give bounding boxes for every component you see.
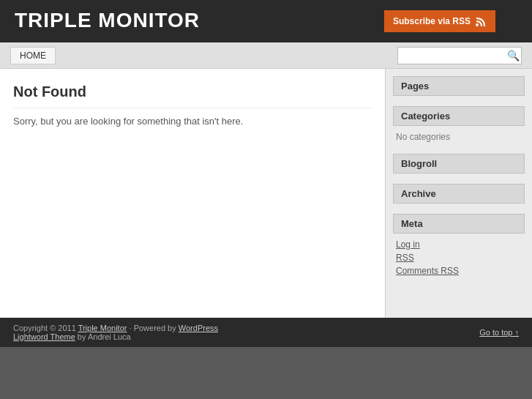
no-categories-text: No categories — [396, 132, 450, 142]
widget-pages: Pages — [393, 76, 525, 96]
nav-home[interactable]: HOME — [10, 47, 56, 64]
navigation-bar: HOME 🔍 — [0, 42, 532, 69]
widget-categories: Categories No categories — [393, 106, 525, 143]
widget-blogroll-title: Blogroll — [393, 154, 525, 174]
footer-left: Copyright © 2011 Triple Monitor · Powere… — [13, 324, 218, 341]
widget-archive-title: Archive — [393, 184, 525, 204]
not-found-title: Not Found — [13, 83, 372, 100]
content-divider — [13, 108, 372, 108]
widget-categories-title: Categories — [393, 106, 525, 126]
site-footer: Copyright © 2011 Triple Monitor · Powere… — [0, 318, 532, 347]
copyright-text: Copyright © 2011 — [13, 324, 76, 332]
widget-archive: Archive — [393, 184, 525, 204]
search-box: 🔍 — [397, 47, 522, 64]
subscribe-label: Subscribe via RSS — [393, 16, 471, 26]
login-link[interactable]: Log in — [396, 239, 522, 250]
search-icon[interactable]: 🔍 — [507, 50, 520, 61]
widget-pages-title: Pages — [393, 76, 525, 96]
widget-blogroll: Blogroll — [393, 154, 525, 174]
theme-link[interactable]: Lightword Theme — [13, 332, 75, 341]
rss-icon — [475, 15, 487, 27]
svg-point-0 — [476, 23, 479, 26]
sidebar: Pages Categories No categories Blogroll … — [386, 69, 532, 318]
go-to-top-link[interactable]: Go to top ↑ — [479, 328, 519, 337]
not-found-message: Sorry, but you are looking for something… — [13, 116, 372, 127]
wordpress-link[interactable]: WordPress — [179, 324, 218, 332]
footer-right: Go to top ↑ — [479, 328, 519, 337]
powered-by-text: · Powered by — [130, 324, 176, 332]
widget-meta: Meta Log in RSS Comments RSS — [393, 214, 525, 280]
main-content: Not Found Sorry, but you are looking for… — [0, 69, 386, 318]
theme-by-text: by Andrei Luca — [78, 332, 131, 341]
comments-rss-link[interactable]: Comments RSS — [396, 266, 522, 276]
site-header: TRIPLE MONITOR Subscribe via RSS — [0, 0, 532, 42]
rss-link[interactable]: RSS — [396, 253, 522, 263]
widget-meta-title: Meta — [393, 214, 525, 234]
page-wrapper: Not Found Sorry, but you are looking for… — [0, 69, 532, 318]
search-input[interactable] — [401, 51, 507, 61]
subscribe-button[interactable]: Subscribe via RSS — [384, 10, 495, 32]
site-title: TRIPLE MONITOR — [15, 9, 200, 31]
site-name-link[interactable]: Triple Monitor — [78, 324, 127, 332]
